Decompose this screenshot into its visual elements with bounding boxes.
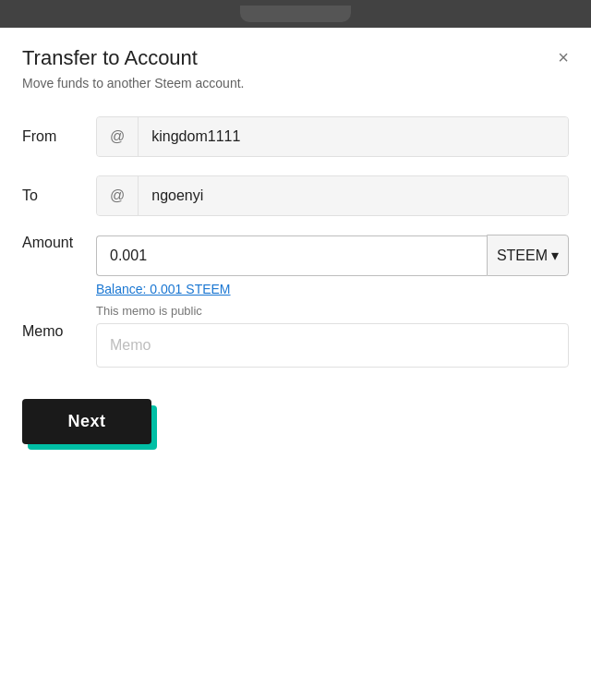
currency-select[interactable]: STEEM ▾ (487, 235, 569, 276)
dropdown-icon: ▾ (551, 247, 559, 264)
dialog-container: Transfer to Account × Move funds to anot… (0, 28, 591, 700)
close-button[interactable]: × (558, 48, 569, 66)
to-input-wrapper: @ (96, 175, 569, 216)
next-button-wrapper: Next (22, 399, 569, 444)
from-input[interactable] (139, 117, 568, 156)
from-input-wrapper: @ (96, 116, 569, 157)
dialog-header: Transfer to Account × (22, 46, 569, 70)
notch (240, 6, 351, 22)
top-bar (0, 0, 591, 28)
from-label: From (22, 128, 96, 145)
amount-label: Amount (22, 235, 96, 251)
memo-public-note: This memo is public (96, 304, 569, 318)
dialog-subtitle: Move funds to another Steem account. (22, 76, 569, 91)
memo-row: Memo (22, 323, 569, 368)
amount-input[interactable] (96, 235, 487, 276)
dialog-title: Transfer to Account (22, 46, 198, 70)
currency-label: STEEM (497, 247, 548, 264)
amount-fields: STEEM ▾ (96, 235, 569, 276)
balance-text[interactable]: Balance: 0.001 STEEM (96, 282, 569, 296)
to-row: To @ (22, 175, 569, 216)
amount-input-group: STEEM ▾ Balance: 0.001 STEEM (96, 235, 569, 296)
to-prefix: @ (97, 176, 139, 215)
memo-input[interactable] (96, 323, 569, 368)
memo-label: Memo (22, 323, 96, 340)
to-label: To (22, 187, 96, 204)
next-button[interactable]: Next (22, 399, 151, 444)
to-input[interactable] (139, 176, 568, 215)
amount-row: Amount STEEM ▾ Balance: 0.001 STEEM (22, 235, 569, 296)
from-prefix: @ (97, 117, 139, 156)
bottom-space (22, 444, 569, 672)
from-row: From @ (22, 116, 569, 157)
